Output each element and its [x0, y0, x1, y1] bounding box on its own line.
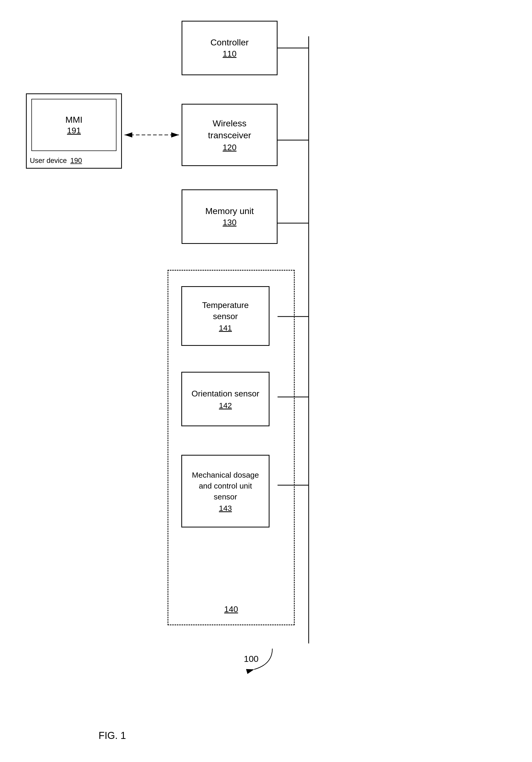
orientation-label: Orientation sensor [191, 388, 259, 399]
mmi-box: MMI 191 [32, 99, 116, 151]
diagram-container: MMI 191 User device 190 Controller 110 W… [0, 0, 532, 762]
mmi-label: MMI [65, 115, 83, 125]
wireless-label: Wireless transceiver [208, 117, 251, 141]
sensor-group-number: 140 [224, 604, 238, 614]
memory-number: 130 [223, 218, 236, 227]
mmi-number: 191 [67, 126, 81, 135]
mechanical-number: 143 [219, 504, 232, 513]
wireless-number: 120 [223, 143, 236, 152]
controller-block: Controller 110 [182, 21, 277, 75]
mechanical-label: Mechanical dosage and control unit senso… [192, 470, 259, 502]
memory-label: Memory unit [205, 206, 254, 216]
orientation-sensor-block: Orientation sensor 142 [181, 372, 269, 426]
orientation-number: 142 [219, 401, 232, 410]
temp-label: Temperature sensor [202, 300, 249, 322]
mechanical-sensor-block: Mechanical dosage and control unit senso… [181, 455, 269, 527]
temperature-sensor-block: Temperature sensor 141 [181, 286, 269, 346]
memory-block: Memory unit 130 [182, 190, 277, 244]
controller-number: 110 [223, 49, 236, 59]
user-device-outer-box: MMI 191 User device 190 [26, 93, 122, 169]
wireless-block: Wireless transceiver 120 [182, 104, 277, 166]
figure-label: FIG. 1 [99, 730, 126, 741]
user-device-label: User device 190 [30, 157, 82, 165]
system-number: 100 [244, 654, 259, 664]
controller-label: Controller [210, 38, 249, 47]
sensor-group-box: Temperature sensor 141 Orientation senso… [168, 270, 295, 625]
temp-number: 141 [219, 324, 232, 332]
